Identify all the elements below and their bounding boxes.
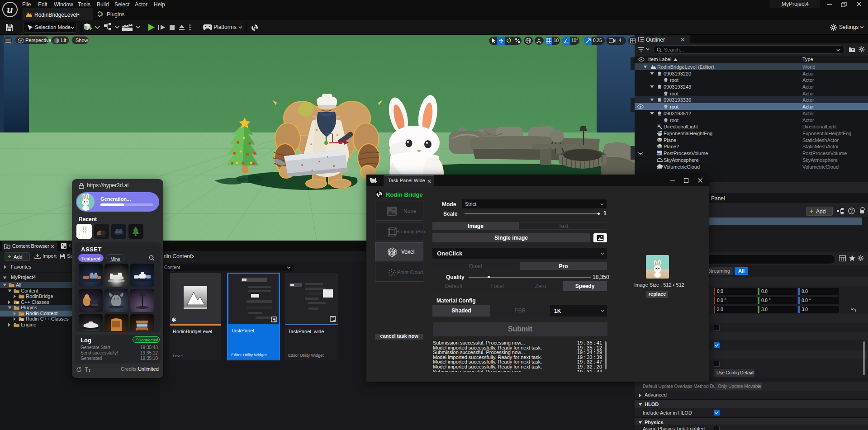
svg-text:C++: C++ [15, 302, 19, 304]
svg-text:C++: C++ [20, 319, 24, 321]
svg-text:u: u [7, 4, 13, 15]
svg-text:?: ? [850, 208, 853, 213]
